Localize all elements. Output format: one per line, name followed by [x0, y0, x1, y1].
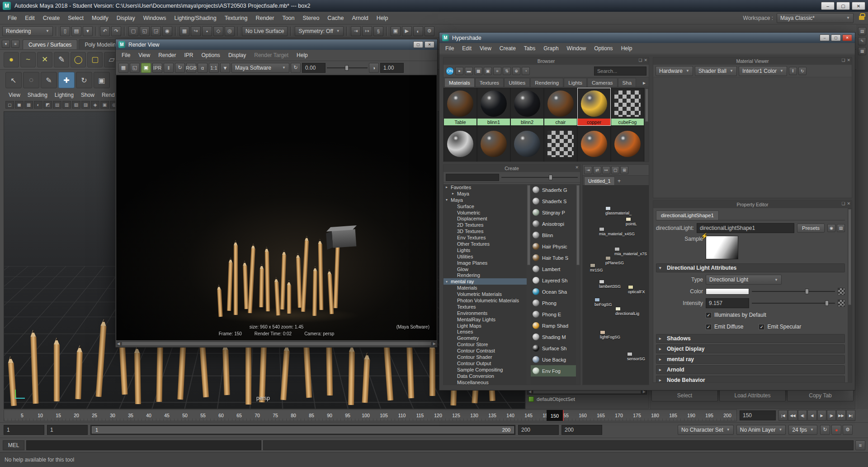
- create-node-ocean-sha[interactable]: Ocean Sha: [531, 286, 576, 297]
- hypershade-maximize-button[interactable]: ▢: [831, 34, 841, 41]
- input-connections-icon[interactable]: ⇥: [351, 26, 361, 36]
- timeline-frame-105[interactable]: 105: [375, 410, 393, 421]
- lock-camera-icon[interactable]: ◼: [15, 101, 24, 109]
- play-forwards-button[interactable]: ▶: [817, 410, 826, 421]
- graph-node-lightfogsg[interactable]: lightFogSG: [600, 330, 620, 339]
- create-category-contour-shader[interactable]: Contour Shader: [443, 354, 527, 360]
- show-lookdev-icon[interactable]: ◉: [827, 224, 835, 232]
- presets-button[interactable]: Presets: [797, 224, 825, 233]
- step-back-key-button[interactable]: ◀|: [798, 410, 807, 421]
- panel-menu-shading[interactable]: Shading: [24, 92, 51, 98]
- hypershade-menu-view[interactable]: View: [476, 45, 495, 52]
- scrollbar-thumb[interactable]: [645, 89, 648, 122]
- shelf-options-icon[interactable]: ≡: [11, 40, 19, 48]
- timeline-frame-95[interactable]: 95: [339, 410, 357, 421]
- menu-edit[interactable]: Edit: [21, 12, 39, 24]
- grid-view-icon[interactable]: ▦: [474, 67, 482, 75]
- graph-node-pointl[interactable]: pointL: [626, 217, 637, 226]
- menu-windows[interactable]: Windows: [139, 12, 170, 24]
- open-scene-icon[interactable]: ▤: [71, 26, 81, 36]
- snapshot-icon[interactable]: ▣: [141, 63, 151, 73]
- panel-float-icon[interactable]: ❏: [638, 58, 642, 62]
- snap-to-curve-icon[interactable]: ↪: [191, 26, 201, 36]
- copy-tab-button[interactable]: Copy Tab: [787, 390, 854, 401]
- timeline-frame-145[interactable]: 145: [519, 410, 538, 421]
- timeline-frame-110[interactable]: 110: [393, 410, 411, 421]
- timeline-frame-140[interactable]: 140: [501, 410, 519, 421]
- menu-render[interactable]: Render: [251, 12, 278, 24]
- viewer-geometry-dropdown[interactable]: Shader Ball ▼: [695, 66, 737, 76]
- map-texture-icon[interactable]: [838, 300, 845, 307]
- checkbox-emit-specular[interactable]: ✓Emit Specular: [759, 324, 801, 330]
- timeline-frame-60[interactable]: 60: [212, 410, 230, 421]
- scroll-right-icon[interactable]: ▶: [432, 342, 437, 346]
- timeline-frame-125[interactable]: 125: [447, 410, 465, 421]
- hypershade-menu-edit[interactable]: Edit: [458, 45, 476, 52]
- material-swatch-untitled[interactable]: [544, 126, 577, 162]
- step-back-frame-button[interactable]: ◀◀: [788, 410, 797, 421]
- live-surface-indicator[interactable]: No Live Surface: [242, 26, 288, 36]
- timeline-frame-115[interactable]: 115: [411, 410, 429, 421]
- undo-icon[interactable]: ↶: [100, 26, 110, 36]
- create-node-anisotropi[interactable]: Anisotropi: [531, 218, 576, 229]
- graph-node-lambert3sg[interactable]: lambert3SG: [599, 280, 621, 289]
- create-category-lenses[interactable]: Lenses: [443, 329, 527, 335]
- timeline-frame-170[interactable]: 170: [610, 410, 628, 421]
- timeline-frame-185[interactable]: 185: [664, 410, 682, 421]
- create-category-surface[interactable]: Surface: [443, 203, 527, 210]
- timeline-frame-195[interactable]: 195: [700, 410, 718, 421]
- timeline-frame-5[interactable]: 5: [13, 410, 31, 421]
- material-viewer-header[interactable]: Material Viewer ❏✕: [653, 57, 852, 65]
- node-name-field[interactable]: directionalLightShape1: [697, 223, 794, 233]
- create-category-image-planes[interactable]: Image Planes: [443, 260, 527, 266]
- command-output[interactable]: [263, 440, 854, 450]
- vertical-scrollbar[interactable]: [576, 184, 580, 385]
- rgb-channels-icon[interactable]: RGB: [186, 63, 196, 73]
- timeline-frame-55[interactable]: 55: [194, 410, 212, 421]
- create-category-geometry[interactable]: Geometry: [443, 335, 527, 341]
- character-set-dropdown[interactable]: No Character Set ▼: [678, 425, 734, 435]
- create-category-photon-volumetric-materials[interactable]: Photon Volumetric Materials: [443, 297, 527, 304]
- playback-start-field[interactable]: 1: [4, 425, 44, 435]
- timeline-frame-25[interactable]: 25: [85, 410, 104, 421]
- new-scene-icon[interactable]: ▯: [60, 26, 70, 36]
- select-object-icon[interactable]: ◱: [140, 26, 150, 36]
- sort-time-icon[interactable]: ◔: [522, 67, 530, 75]
- timeline-frame-35[interactable]: 35: [122, 410, 140, 421]
- hypershade-menu-help[interactable]: Help: [617, 45, 637, 52]
- timeline-frame-75[interactable]: 75: [266, 410, 284, 421]
- pencil-object[interactable]: [199, 342, 209, 398]
- tool-settings-toggle-icon[interactable]: ✎: [858, 37, 866, 45]
- select-button[interactable]: Select: [651, 390, 718, 401]
- rearrange-graph-icon[interactable]: ⊞: [620, 166, 628, 174]
- create-category-contour-contrast[interactable]: Contour Contrast: [443, 348, 527, 354]
- vertical-scrollbar[interactable]: [848, 208, 852, 382]
- go-to-end-button[interactable]: ▶|: [846, 410, 855, 421]
- panel-float-icon[interactable]: ❏: [841, 201, 845, 206]
- menu-texturing[interactable]: Texturing: [221, 12, 252, 24]
- save-image-icon[interactable]: ▼: [220, 63, 230, 73]
- lights-icon[interactable]: ▨: [81, 101, 90, 109]
- create-category-contour-output[interactable]: Contour Output: [443, 360, 527, 367]
- create-node-shading-m[interactable]: Shading M: [531, 331, 576, 343]
- timeline-frame-15[interactable]: 15: [49, 410, 67, 421]
- current-frame-field[interactable]: 150: [740, 410, 776, 420]
- graph-node-mia-material-x4sg[interactable]: mia_material_x4SG: [599, 227, 635, 236]
- timeline-frame-45[interactable]: 45: [158, 410, 176, 421]
- new-tab-button[interactable]: +: [616, 176, 623, 185]
- create-node-ramp-shad[interactable]: Ramp Shad: [531, 320, 576, 331]
- create-category-volumetric[interactable]: Volumetric: [443, 210, 527, 216]
- open-render-view-icon[interactable]: ▣: [391, 26, 401, 36]
- swatch-size-slider[interactable]: [501, 174, 578, 181]
- timeline-frame-70[interactable]: 70: [248, 410, 266, 421]
- auto-keyframe-icon[interactable]: ●: [831, 425, 841, 435]
- timeline-frame-20[interactable]: 20: [67, 410, 85, 421]
- graph-input-output-connections-icon[interactable]: ⇄: [593, 166, 601, 174]
- create-node-phong[interactable]: Phong: [531, 297, 576, 309]
- swatch-sphere-icon[interactable]: ●: [455, 67, 463, 75]
- render-view-menu-render[interactable]: Render: [154, 52, 180, 58]
- timeline-frame-30[interactable]: 30: [104, 410, 122, 421]
- menu-modify[interactable]: Modify: [88, 12, 113, 24]
- refresh-preview-icon[interactable]: ↻: [798, 67, 807, 75]
- swatch-flat-icon[interactable]: ▬: [465, 67, 473, 75]
